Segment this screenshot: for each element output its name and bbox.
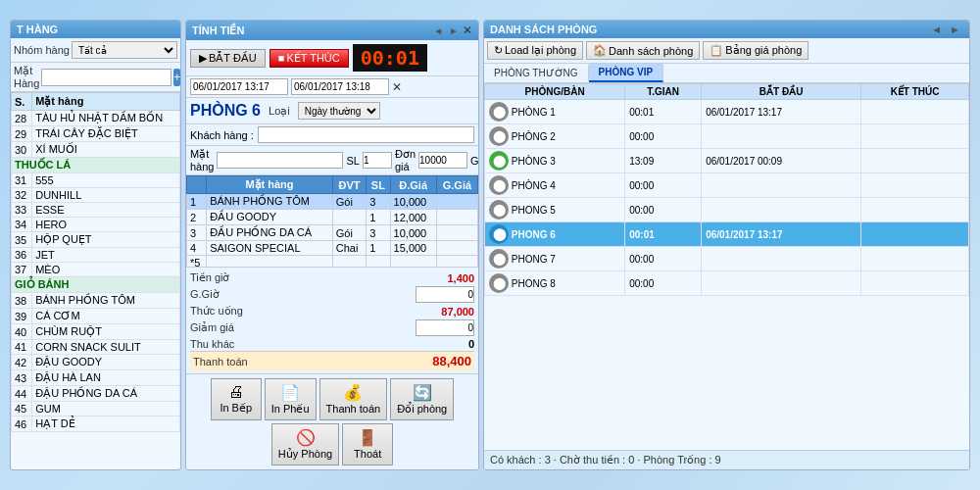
order-col-num — [187, 176, 207, 194]
loai-select[interactable]: Ngày thường — [298, 102, 380, 120]
list-item[interactable]: 36JET — [12, 248, 180, 263]
thanh-toan-button[interactable]: 💰 Thanh toán — [319, 378, 388, 420]
g-gio-input[interactable] — [416, 286, 474, 303]
list-item[interactable]: 44ĐẬU PHỒNG DA CÁ — [12, 386, 180, 402]
order-dgia: 10,000 — [390, 194, 436, 210]
list-item[interactable]: 34HERO — [12, 218, 180, 232]
list-item[interactable]: 33ESSE — [12, 203, 180, 218]
load-lai-phong-button[interactable]: ↻ Load lại phòng — [487, 41, 583, 60]
khach-hang-input[interactable] — [258, 126, 474, 143]
mat-hang-search[interactable] — [41, 69, 172, 86]
khach-hang-row: Khách hàng : — [186, 124, 478, 146]
exit-icon: 🚪 — [358, 428, 377, 447]
order-header-row: Mặt hàng SL Đơn giá G.Giá + ✕ — [186, 146, 478, 175]
list-item[interactable]: 32DUNHILL — [12, 188, 180, 203]
list-item[interactable]: 42ĐẬU GOODY — [12, 355, 180, 370]
nhom-hang-select[interactable]: Tất cả — [72, 41, 177, 59]
col-phong-ban: PHÒNG/BÀN — [485, 84, 625, 100]
item-num: 30 — [12, 142, 32, 158]
table-row[interactable]: ⬤ PHÒNG 1 00:01 06/01/2017 13:17 — [485, 100, 969, 124]
khach-hang-label: Khách hàng : — [190, 129, 254, 141]
table-row[interactable]: ⬤ PHÒNG 3 13:09 06/01/2017 00:09 — [485, 149, 969, 173]
room-name: ⬤ PHÒNG 4 — [485, 173, 625, 198]
printer-icon: 🖨 — [228, 383, 244, 401]
item-name: 555 — [32, 173, 180, 188]
danh-sach-phong-button[interactable]: 🏠 Danh sách phòng — [586, 41, 700, 60]
item-num: 34 — [12, 218, 32, 232]
room-tgian: 00:00 — [625, 271, 702, 296]
list-item[interactable]: 38BÁNH PHỒNG TÔM — [12, 293, 180, 309]
tinh-tien-prev[interactable]: ◄ — [431, 25, 445, 36]
room-ket-thuc — [861, 222, 969, 247]
loai-label: Loại — [269, 105, 290, 118]
list-item[interactable]: 28TÀU HỦ NHẬT DẦM BỒN — [12, 111, 180, 126]
room-bat-dau — [702, 173, 861, 198]
table-row[interactable]: ⬤ PHONG 7 00:00 — [485, 247, 969, 271]
sl-input[interactable] — [363, 152, 392, 169]
table-row[interactable]: 3 ĐẦU PHỒNG DA CÁ Gói 3 10,000 — [187, 225, 478, 241]
giam-gia-input[interactable] — [416, 319, 474, 336]
table-row[interactable]: *5 — [187, 256, 478, 268]
table-row[interactable]: ⬤ PHONG 5 00:00 — [485, 198, 969, 222]
right-prev[interactable]: ◄ — [928, 24, 945, 35]
mat-hang-order-input[interactable] — [217, 152, 343, 169]
list-item[interactable]: 29TRÁI CÂY ĐẶC BIỆT — [12, 126, 180, 142]
in-phieu-button[interactable]: 📄 In Phếu — [265, 378, 317, 420]
item-num: 44 — [12, 386, 32, 402]
item-num: 32 — [12, 188, 32, 203]
table-row[interactable]: ⬤ PHONG 6 00:01 06/01/2017 13:17 — [485, 222, 969, 247]
ket-thuc-button[interactable]: ■ KẾT THÚC — [270, 49, 349, 68]
item-name: MÈO — [32, 263, 180, 277]
list-item[interactable]: 39CÁ CƠM — [12, 309, 180, 324]
table-row[interactable]: 4 SAIGON SPECIAL Chai 1 15,000 — [187, 241, 478, 256]
order-table-container: Mặt hàng ĐVT SL Đ.Giá G.Giá 1 BÁNH PHỒNG… — [186, 175, 478, 267]
cancel-icon: 🚫 — [296, 428, 316, 447]
list-item[interactable]: 37MÈO — [12, 263, 180, 277]
thoat-button[interactable]: 🚪 Thoát — [342, 423, 393, 466]
don-gia-label: Đơn giá — [395, 148, 416, 172]
order-num: 2 — [187, 210, 207, 225]
room-tgian: 00:01 — [625, 100, 702, 124]
room-bat-dau: 06/01/2017 13:17 — [702, 100, 861, 124]
don-gia-input[interactable] — [418, 152, 467, 169]
item-num: 29 — [12, 126, 32, 142]
tab-thuong[interactable]: PHÒNG THƯỜNG — [484, 65, 589, 81]
datetime-start-input[interactable] — [190, 78, 288, 95]
list-item[interactable]: 45GUM — [12, 402, 180, 416]
room-icon: ⬤ — [489, 126, 509, 146]
datetime-end-input[interactable] — [291, 78, 389, 95]
tinh-tien-close[interactable]: ✕ — [463, 24, 472, 37]
category-row: GIỎ BÁNH — [12, 277, 180, 293]
g-gio-label: G.Giờ — [190, 288, 259, 301]
list-item[interactable]: 30XÍ MUỐI — [12, 142, 180, 158]
add-mat-hang-button[interactable]: + — [173, 69, 180, 86]
item-num: 40 — [12, 324, 32, 340]
in-bep-button[interactable]: 🖨 In Bếp — [211, 378, 262, 420]
item-name: HẠT DẺ — [32, 416, 180, 432]
right-next[interactable]: ► — [947, 24, 963, 35]
list-item[interactable]: 35HỘP QUẸT — [12, 232, 180, 248]
list-item[interactable]: 46HẠT DẺ — [12, 416, 180, 432]
list-item[interactable]: 43ĐẬU HÀ LAN — [12, 370, 180, 386]
list-item[interactable]: 40CHÙM RUỘT — [12, 324, 180, 340]
order-ggia — [436, 194, 477, 210]
left-panel-header: T HÀNG — [11, 21, 180, 38]
list-item[interactable]: 31555 — [12, 173, 180, 188]
table-row[interactable]: 2 ĐẦU GOODY 1 12,000 — [187, 210, 478, 225]
datetime-close[interactable]: ✕ — [392, 80, 402, 94]
table-row[interactable]: ⬤ PHÒNG 2 00:00 — [485, 124, 969, 149]
thu-khac-value: 0 — [396, 338, 474, 350]
tinh-tien-next[interactable]: ► — [447, 25, 461, 36]
table-row[interactable]: 1 BÁNH PHỒNG TÔM Gói 3 10,000 — [187, 194, 478, 210]
list-item[interactable]: 41CORN SNACK SULIT — [12, 340, 180, 355]
room-tgian: 00:00 — [625, 173, 702, 198]
room-name: ⬤ PHONG 8 — [485, 271, 625, 296]
bat-dau-button[interactable]: ▶ BẮT ĐẦU — [190, 49, 266, 68]
bang-gia-phong-button[interactable]: 📋 Bảng giá phòng — [703, 41, 808, 60]
table-row[interactable]: ⬤ PHONG 8 00:00 — [485, 271, 969, 296]
doi-phong-button[interactable]: 🔄 Đổi phòng — [390, 378, 454, 420]
room-icon: ⬤ — [489, 175, 509, 195]
table-row[interactable]: ⬤ PHÒNG 4 00:00 — [485, 173, 969, 198]
tab-vip[interactable]: PHÒNG VIP — [589, 64, 664, 82]
huy-phong-button[interactable]: 🚫 Hủy Phòng — [271, 423, 339, 466]
